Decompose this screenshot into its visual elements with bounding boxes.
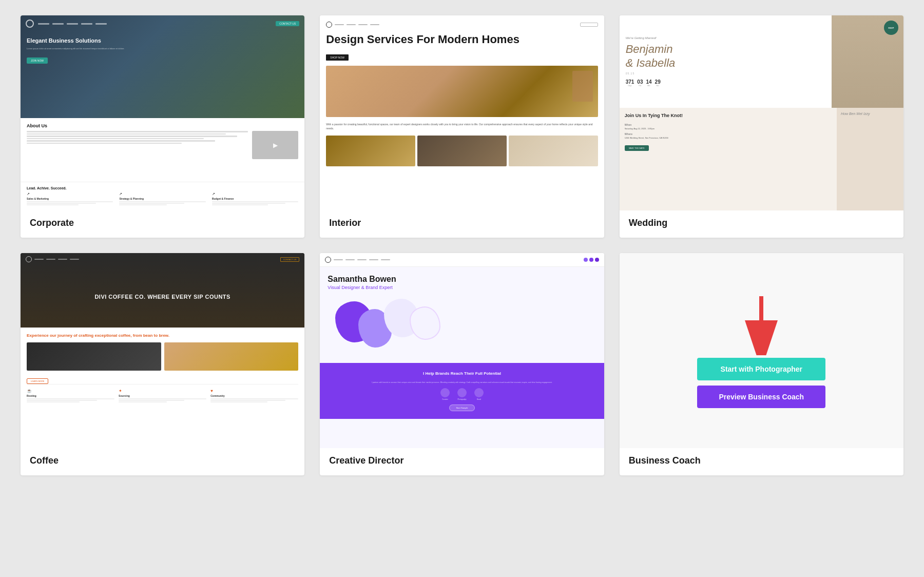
corp-logo: [26, 20, 34, 28]
corp-nav-link: [81, 23, 92, 25]
corp-stat-lines: [27, 201, 113, 202]
wedding-caption: How Ben Met Izzy: [837, 108, 903, 120]
int-nav-link: [358, 24, 368, 25]
int-nav-link: [346, 24, 356, 25]
coffee-feat-line: [27, 398, 114, 399]
coffee-image-1: [27, 342, 161, 371]
creative-icon-circle-3: [474, 388, 484, 397]
coffee-hero: CONTACT US DIVI COFFEE CO. WHERE EVERY S…: [21, 253, 304, 328]
coffee-icon-3: ♥: [210, 389, 298, 393]
countdown-days-label: Days: [626, 85, 634, 87]
coffee-preview: CONTACT US DIVI COFFEE CO. WHERE EVERY S…: [21, 253, 304, 448]
coffee-feature-3: ♥ Community: [210, 389, 298, 403]
creative-icon-1: Curation: [440, 388, 450, 400]
creative-nav: [320, 253, 604, 267]
corp-nav-links: [38, 23, 272, 25]
wedding-when-label: When: [625, 123, 832, 126]
corp-stats-title: Lead. Achive. Succeed.: [27, 186, 298, 190]
wedding-bottom: Join Us In Tying The Knot! When Saturday…: [620, 108, 903, 210]
creative-icon-3: Brand: [474, 388, 484, 400]
wedding-top: We're Getting Married! Benjamin & Isabel…: [620, 15, 903, 108]
coffee-cta: LEARN MORE: [27, 378, 48, 384]
corp-stat-lines: [212, 201, 298, 202]
wedding-left: We're Getting Married! Benjamin & Isabel…: [620, 15, 832, 108]
creative-shape-4: [410, 306, 440, 340]
start-photographer-button[interactable]: Start with Photographer: [697, 358, 825, 380]
int-search: [580, 23, 598, 27]
corp-nav-link: [38, 23, 49, 25]
preview-business-coach-button[interactable]: Preview Business Coach: [697, 386, 825, 408]
creative-icon-circle-2: [457, 388, 467, 397]
creative-nav-link: [381, 259, 390, 260]
business-coach-card: Start with Photographer Preview Business…: [620, 253, 903, 475]
coffee-nav-link: [46, 259, 55, 260]
wedding-name-1: Benjamin: [626, 43, 673, 55]
countdown-hrs-label: Hrs: [637, 85, 643, 87]
corp-hero-cta: JOIN NOW: [27, 57, 48, 64]
corp-hero: CONTACT US Elegant Business Solutions Lo…: [21, 15, 304, 118]
wedding-subtitle: We're Getting Married!: [626, 36, 825, 40]
coffee-feature-2: ✦ Sourcing: [119, 389, 206, 403]
coffee-image-2: [164, 342, 299, 371]
corp-about-title: About Us: [27, 123, 298, 128]
interior-hero-image: [326, 66, 598, 117]
business-coach-label: Business Coach: [620, 448, 903, 475]
coffee-label: Coffee: [21, 448, 304, 475]
interior-gallery: [326, 136, 598, 166]
wedding-where-val: 1234 Wedding Street, San Francisco, CA 9…: [625, 137, 832, 139]
creative-designer-title: Visual Designer & Brand Expert: [328, 285, 596, 290]
corp-about-body: [27, 131, 298, 159]
wedding-story-image: How Ben Met Izzy: [837, 108, 903, 210]
corp-stat-lines: [27, 203, 96, 204]
creative-dot-1: [584, 258, 588, 262]
creative-director-label: Creative Director: [320, 448, 604, 475]
coffee-section-text: Experience our journey of crafting excep…: [27, 333, 298, 338]
interior-cta: SHOP NOW: [326, 54, 349, 61]
corp-about-image: [252, 131, 298, 159]
corp-stat-1: ↗ Sales & Marketing: [27, 192, 113, 205]
corp-stat-lines: [119, 204, 167, 205]
creative-nav-link: [334, 259, 343, 260]
corp-stat-2: ↗ Strategy & Planning: [119, 192, 205, 205]
coffee-feat-line: [119, 401, 167, 402]
creative-hero: Samantha Bowen Visual Designer & Brand E…: [320, 267, 604, 363]
wedding-countdown: 371 Days 03 Hrs 14 Min 29: [626, 79, 825, 87]
coffee-features: ☕ Rooting ✦ Sourcing ♥: [27, 384, 298, 403]
creative-director-preview: Samantha Bowen Visual Designer & Brand E…: [320, 253, 604, 448]
creative-nav-link: [369, 259, 378, 260]
corp-stat-lines: [119, 203, 184, 204]
creative-nav-link: [345, 259, 355, 260]
corp-stat-arrow: ↗: [119, 192, 205, 196]
corp-stat-lines: [212, 203, 285, 204]
creative-icon-label-2: Photography: [457, 398, 467, 400]
corp-stat-name: Budget & Finance: [212, 197, 298, 200]
countdown-min: 14 Min: [646, 79, 651, 87]
corp-hero-sub: Lorem ipsum dolor sit amet consectetur a…: [27, 47, 298, 50]
coffee-nav-button: CONTACT US: [280, 257, 300, 262]
corporate-card: CONTACT US Elegant Business Solutions Lo…: [21, 15, 304, 238]
corp-about: About Us: [21, 118, 304, 182]
corp-hero-content: Elegant Business Solutions Lorem ipsum d…: [21, 32, 304, 69]
countdown-sec: 29 Sec: [655, 79, 661, 87]
int-nav-link: [370, 24, 379, 25]
corp-nav-link: [95, 23, 107, 25]
corp-nav-link: [67, 23, 78, 25]
red-arrow-icon: [743, 294, 779, 355]
countdown-sec-label: Sec: [655, 85, 661, 87]
int-nav-logo: [326, 22, 332, 28]
creative-icon-label-3: Brand: [474, 398, 484, 400]
coffee-card: CONTACT US DIVI COFFEE CO. WHERE EVERY S…: [21, 253, 304, 475]
wedding-hero-image: RSVP: [832, 15, 903, 108]
interior-gallery-item-2: [417, 136, 507, 166]
corp-stat-lines: [212, 204, 268, 205]
countdown-hrs-num: 03: [637, 79, 643, 85]
interior-gallery-item-1: [326, 136, 415, 166]
wedding-details: Join Us In Tying The Knot! When Saturday…: [620, 108, 837, 210]
corp-about-text: [27, 131, 248, 159]
wedding-card: We're Getting Married! Benjamin & Isabel…: [620, 15, 903, 238]
coffee-logo: [26, 256, 32, 262]
creative-designer-name: Samantha Bowen: [328, 275, 596, 284]
coffee-feat-line: [210, 400, 285, 401]
creative-director-card: Samantha Bowen Visual Designer & Brand E…: [320, 253, 604, 475]
interior-title: Design Services For Modern Homes: [326, 33, 598, 46]
